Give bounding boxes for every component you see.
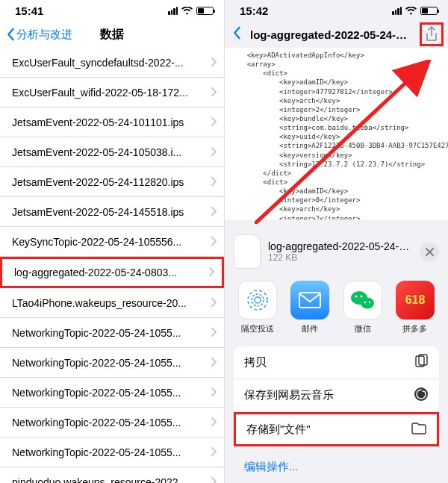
action-row[interactable]: 存储到"文件" (234, 412, 439, 446)
chevron-right-icon (208, 267, 214, 278)
file-name: NetworkingTopic-2022-05-24-1055... (12, 446, 211, 458)
nav-bar: log-aggregated-2022-05-24-0... (225, 21, 448, 48)
sheet-file-name: log-aggregated-2022-05-24-0... (268, 240, 412, 252)
chevron-right-icon (211, 57, 217, 69)
share-app-wechat[interactable]: 微信 (342, 281, 384, 334)
svg-point-1 (255, 297, 261, 303)
file-row[interactable]: ExcUserFault_wifid-2022-05-18-172... (0, 78, 224, 107)
chevron-right-icon (211, 387, 217, 399)
file-row[interactable]: ExcUserFault_syncdefaultsd-2022-... (0, 48, 224, 78)
status-bar: 15:41 (0, 0, 224, 21)
chevron-right-icon (211, 116, 217, 128)
share-app-mail[interactable]: 邮件 (289, 281, 331, 334)
share-app-label: 邮件 (302, 323, 318, 334)
file-name: ExcUserFault_wifid-2022-05-18-172... (12, 87, 211, 99)
share-app-airdrop[interactable]: 隔空投送 (237, 281, 279, 334)
file-row[interactable]: pinduoduo.wakeups_resource-2022... (0, 467, 224, 483)
chevron-right-icon (211, 146, 217, 158)
back-button[interactable]: 分析与改进 (6, 28, 72, 42)
file-name: NetworkingTopic-2022-05-24-1055... (12, 417, 211, 429)
file-row[interactable]: log-aggregated-2022-05-24-0803... (0, 257, 224, 288)
file-row[interactable]: JetsamEvent-2022-05-24-112820.ips (0, 167, 224, 197)
file-name: LTao4iPhone.wakeups_resource-20... (12, 297, 211, 309)
chevron-right-icon (211, 206, 217, 218)
file-row[interactable]: LTao4iPhone.wakeups_resource-20... (0, 288, 224, 318)
edit-actions-link[interactable]: 编辑操作... (234, 454, 439, 474)
file-name: JetsamEvent-2022-05-24-105038.i... (12, 146, 211, 158)
file-name: KeySyncTopic-2022-05-24-105556... (12, 236, 211, 248)
battery-icon (196, 7, 214, 15)
chevron-right-icon (211, 176, 217, 188)
pdd-icon: 618 (396, 281, 435, 320)
action-list: 拷贝保存到网易云音乐存储到"文件" (234, 346, 439, 446)
airdrop-icon (238, 281, 277, 320)
battery-icon (420, 7, 438, 15)
nav-bar: 分析与改进 数据 (0, 21, 224, 48)
share-app-pdd[interactable]: 618拼多多 (394, 281, 436, 334)
file-name: JetsamEvent-2022-05-24-101101.ips (12, 116, 211, 128)
file-row[interactable]: NetworkingTopic-2022-05-24-1055... (0, 348, 224, 378)
signal-icon (392, 7, 402, 15)
file-row[interactable]: NetworkingTopic-2022-05-24-1055... (0, 408, 224, 437)
svg-rect-4 (299, 293, 320, 308)
copy-icon (414, 354, 429, 371)
file-row[interactable]: NetworkingTopic-2022-05-24-1055... (0, 318, 224, 348)
document-icon (234, 234, 261, 269)
chevron-right-icon (211, 357, 217, 369)
file-list[interactable]: ExcUserFault_syncdefaultsd-2022-...ExcUs… (0, 48, 224, 483)
netease-icon (414, 387, 429, 404)
file-row[interactable]: KeySyncTopic-2022-05-24-105556... (0, 227, 224, 257)
wifi-icon (405, 4, 417, 17)
chevron-right-icon (211, 87, 217, 99)
file-name: NetworkingTopic-2022-05-24-1055... (12, 357, 211, 369)
file-name: pinduoduo.wakeups_resource-2022... (12, 476, 211, 484)
file-row[interactable]: JetsamEvent-2022-05-24-101101.ips (0, 107, 224, 137)
share-button[interactable] (420, 22, 444, 46)
folder-icon (411, 423, 426, 437)
status-time: 15:41 (15, 4, 43, 17)
share-sheet: log-aggregated-2022-05-24-0... 122 KB 隔空… (225, 225, 448, 483)
sheet-header: log-aggregated-2022-05-24-0... 122 KB (234, 234, 439, 269)
svg-point-7 (355, 296, 357, 298)
action-label: 存储到"文件" (246, 423, 311, 437)
screen-left: 15:41 分析与改进 数据 ExcUserFault_syncdefaults… (0, 0, 224, 483)
wifi-icon (181, 4, 193, 17)
status-bar: 15:42 (225, 0, 448, 21)
share-app-label: 微信 (355, 323, 371, 334)
file-name: NetworkingTopic-2022-05-24-1055... (12, 327, 211, 339)
chevron-right-icon (211, 476, 217, 484)
file-row[interactable]: NetworkingTopic-2022-05-24-1055... (0, 437, 224, 467)
chevron-right-icon (211, 297, 217, 309)
action-label: 保存到网易云音乐 (244, 388, 334, 402)
action-label: 拷贝 (244, 355, 267, 370)
svg-point-3 (248, 290, 267, 310)
svg-point-2 (252, 294, 264, 306)
page-title: 数据 (100, 27, 124, 43)
file-row[interactable]: JetsamEvent-2022-05-24-105038.i... (0, 137, 224, 167)
mail-icon (290, 281, 329, 320)
file-row[interactable]: NetworkingTopic-2022-05-24-1055... (0, 378, 224, 408)
wechat-icon (343, 281, 382, 320)
file-name: JetsamEvent-2022-05-24-112820.ips (12, 176, 211, 188)
action-row[interactable]: 拷贝 (234, 346, 439, 379)
svg-point-6 (361, 298, 374, 309)
svg-point-9 (364, 302, 365, 303)
back-button[interactable] (232, 26, 241, 43)
file-name: ExcUserFault_syncdefaultsd-2022-... (12, 57, 211, 69)
svg-point-8 (360, 296, 362, 298)
share-app-label: 拼多多 (402, 323, 427, 334)
file-row[interactable]: JetsamEvent-2022-05-24-145518.ips (0, 197, 224, 227)
screen-right: 15:42 log-aggregated-2022-05-24-0... <ke… (224, 0, 448, 483)
file-content[interactable]: <key>ADActivatedAppInfo</key> <array> <d… (225, 48, 448, 219)
sheet-file-size: 122 KB (268, 252, 412, 263)
signal-icon (168, 7, 178, 15)
close-button[interactable] (420, 242, 439, 261)
share-icon (425, 26, 438, 43)
status-indicators (392, 4, 438, 17)
chevron-right-icon (211, 236, 217, 248)
status-indicators (168, 4, 214, 17)
close-icon (426, 248, 434, 256)
chevron-left-icon (6, 28, 15, 41)
action-row[interactable]: 保存到网易云音乐 (234, 379, 439, 412)
chevron-right-icon (211, 327, 217, 339)
